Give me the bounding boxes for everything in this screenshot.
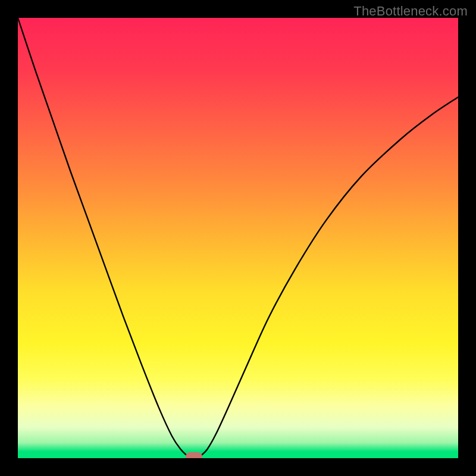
minimum-marker [186,452,202,458]
watermark-text: TheBottleneck.com [353,4,468,19]
curve-left [18,18,187,456]
curve-right [201,97,458,456]
curve-layer [18,18,458,458]
plot-area [18,18,458,458]
chart-frame: TheBottleneck.com [0,0,476,476]
